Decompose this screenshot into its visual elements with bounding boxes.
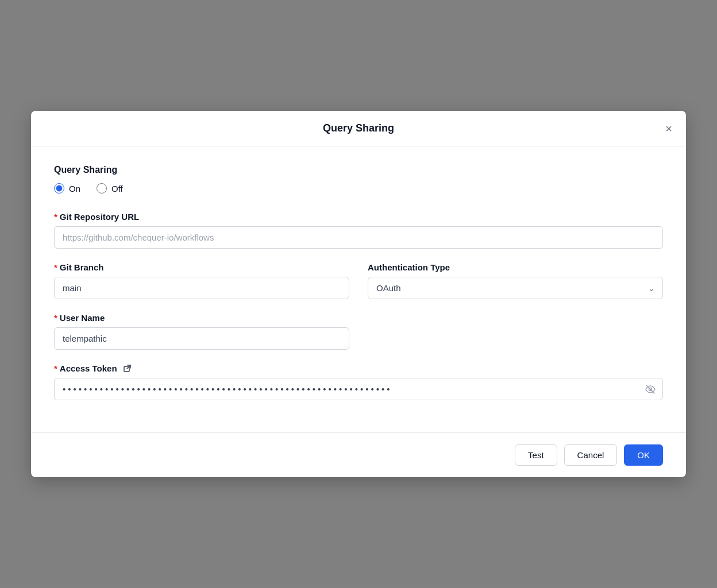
access-token-required-star: * xyxy=(54,363,57,373)
git-branch-label-text: Git Branch xyxy=(60,262,104,272)
git-branch-required-star: * xyxy=(54,262,57,272)
external-link-icon[interactable] xyxy=(123,364,132,373)
dialog-title: Query Sharing xyxy=(323,122,394,134)
auth-type-label-text: Authentication Type xyxy=(368,262,450,272)
access-token-wrapper xyxy=(54,378,663,400)
dialog-header: Query Sharing × xyxy=(31,111,686,146)
access-token-label: * Access Token xyxy=(54,363,663,373)
query-sharing-section: Query Sharing On Off xyxy=(54,165,663,194)
user-name-label: * User Name xyxy=(54,313,663,323)
user-name-required-star: * xyxy=(54,313,57,323)
auth-type-field: Authentication Type OAuth SSH Token ⌄ xyxy=(368,262,663,299)
git-branch-label: * Git Branch xyxy=(54,262,349,272)
radio-on-input[interactable] xyxy=(54,183,64,194)
git-repo-url-label: * Git Repository URL xyxy=(54,212,663,222)
radio-off-option[interactable]: Off xyxy=(97,183,123,194)
radio-on-label: On xyxy=(69,184,80,194)
toggle-password-visibility-button[interactable] xyxy=(645,384,656,395)
ok-button[interactable]: OK xyxy=(624,444,663,466)
auth-type-select[interactable]: OAuth SSH Token xyxy=(368,277,663,299)
dialog-body: Query Sharing On Off * Git Repository UR… xyxy=(31,146,686,432)
cancel-button[interactable]: Cancel xyxy=(564,444,618,466)
auth-type-label: Authentication Type xyxy=(368,262,663,272)
auth-type-select-wrapper: OAuth SSH Token ⌄ xyxy=(368,277,663,299)
radio-group: On Off xyxy=(54,183,663,194)
git-branch-field: * Git Branch xyxy=(54,262,349,299)
radio-on-option[interactable]: On xyxy=(54,183,80,194)
two-col-row: * Git Branch Authentication Type OAuth S… xyxy=(54,262,663,299)
user-name-input[interactable] xyxy=(54,327,349,350)
access-token-label-text: Access Token xyxy=(60,363,117,373)
test-button[interactable]: Test xyxy=(515,444,557,466)
git-repo-url-required-star: * xyxy=(54,212,57,222)
radio-off-input[interactable] xyxy=(97,183,107,194)
dialog-footer: Test Cancel OK xyxy=(31,432,686,477)
radio-off-label: Off xyxy=(111,184,123,194)
access-token-field: * Access Token xyxy=(54,363,663,400)
git-repo-url-input[interactable] xyxy=(54,226,663,249)
user-name-field: * User Name xyxy=(54,313,663,350)
access-token-input[interactable] xyxy=(54,378,663,400)
query-sharing-dialog: Query Sharing × Query Sharing On Off * xyxy=(31,111,686,477)
user-name-label-text: User Name xyxy=(60,313,105,323)
svg-line-1 xyxy=(127,365,130,369)
git-repo-url-label-text: Git Repository URL xyxy=(60,212,139,222)
close-button[interactable]: × xyxy=(663,121,674,137)
git-branch-input[interactable] xyxy=(54,277,349,299)
git-repo-url-field: * Git Repository URL xyxy=(54,212,663,249)
query-sharing-section-label: Query Sharing xyxy=(54,165,663,175)
